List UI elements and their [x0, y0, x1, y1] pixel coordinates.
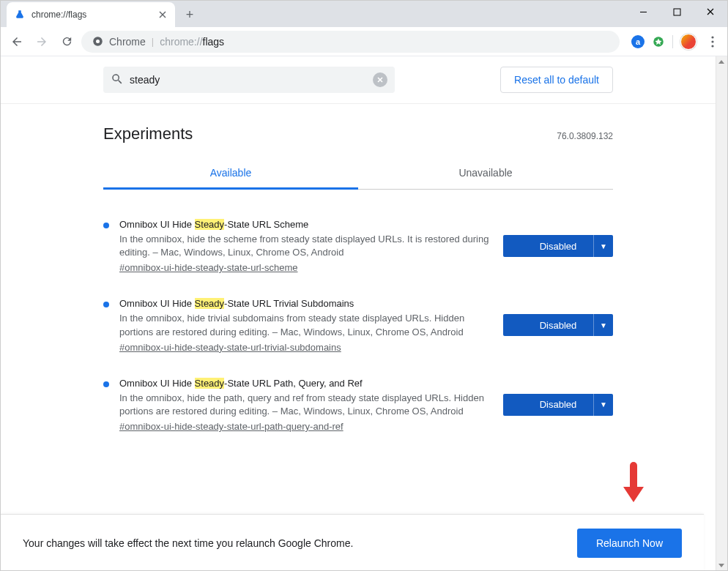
minimize-button[interactable] — [626, 1, 660, 23]
svg-rect-0 — [674, 9, 680, 15]
profile-avatar[interactable] — [680, 34, 697, 50]
new-tab-button[interactable]: + — [179, 4, 200, 25]
search-icon — [111, 72, 124, 88]
reset-all-button[interactable]: Reset all to default — [500, 67, 613, 93]
reload-button[interactable] — [56, 31, 77, 52]
svg-point-2 — [96, 40, 100, 43]
relaunch-bar: Your changes will take effect the next t… — [1, 514, 704, 571]
experiment-item: Omnibox UI Hide Steady-State URL Path, Q… — [103, 370, 613, 449]
extension-icons: a — [631, 34, 697, 50]
experiment-description: In the omnibox, hide the scheme from ste… — [119, 233, 493, 259]
experiment-anchor[interactable]: #omnibox-ui-hide-steady-state-url-trivia… — [119, 342, 341, 353]
page-title: Experiments — [103, 124, 193, 143]
status-dot-icon — [103, 223, 109, 228]
extension-icon[interactable]: a — [631, 35, 645, 48]
chevron-down-icon: ▼ — [600, 400, 607, 408]
state-dropdown[interactable]: Disabled▼ — [503, 394, 613, 416]
omnibox-url: chrome://flags — [160, 36, 224, 48]
version-label: 76.0.3809.132 — [557, 131, 613, 141]
scroll-down-icon[interactable] — [716, 559, 727, 571]
tab-title: chrome://flags — [31, 10, 152, 20]
forward-button[interactable] — [31, 31, 52, 52]
menu-button[interactable] — [704, 36, 721, 48]
experiment-title: Omnibox UI Hide Steady-State URL Scheme — [119, 219, 493, 230]
experiment-anchor[interactable]: #omnibox-ui-hide-steady-state-url-path-q… — [119, 421, 343, 432]
status-dot-icon — [103, 302, 109, 307]
experiment-title: Omnibox UI Hide Steady-State URL Trivial… — [119, 298, 493, 309]
extension-icon[interactable] — [652, 35, 665, 48]
experiment-description: In the omnibox, hide the path, query and… — [119, 392, 493, 418]
experiments-list: Omnibox UI Hide Steady-State URL Scheme … — [103, 212, 613, 449]
maximize-button[interactable] — [660, 1, 694, 23]
toolbar: Chrome | chrome://flags a — [1, 27, 727, 56]
omnibox-chip: Chrome — [109, 36, 146, 48]
scrollbar[interactable] — [716, 56, 727, 571]
scroll-up-icon[interactable] — [716, 56, 727, 68]
state-dropdown[interactable]: Disabled▼ — [503, 235, 613, 257]
experiment-item: Omnibox UI Hide Steady-State URL Scheme … — [103, 212, 613, 291]
chrome-icon — [92, 36, 103, 48]
close-window-button[interactable] — [694, 1, 727, 23]
clear-icon[interactable] — [373, 72, 387, 87]
arrow-annotation-icon — [619, 462, 648, 508]
chevron-down-icon: ▼ — [600, 321, 607, 329]
state-dropdown[interactable]: Disabled▼ — [503, 314, 613, 336]
chevron-down-icon: ▼ — [600, 242, 607, 250]
status-dot-icon — [103, 381, 109, 387]
back-button[interactable] — [7, 31, 27, 52]
tab-strip: chrome://flags + — [1, 1, 727, 27]
svg-point-5 — [711, 40, 713, 42]
search-box — [103, 67, 395, 93]
experiment-description: In the omnibox, hide trivial subdomains … — [119, 312, 493, 338]
experiment-item: Omnibox UI Hide Steady-State URL Trivial… — [103, 291, 613, 370]
search-input[interactable] — [130, 74, 367, 86]
svg-point-6 — [711, 45, 713, 47]
tab-unavailable[interactable]: Unavailable — [358, 157, 613, 189]
tabs: Available Unavailable — [103, 157, 613, 190]
relaunch-button[interactable]: Relaunch Now — [577, 529, 682, 558]
relaunch-message: Your changes will take effect the next t… — [23, 537, 353, 549]
browser-tab[interactable]: chrome://flags — [7, 2, 175, 27]
svg-point-4 — [711, 36, 713, 38]
address-bar[interactable]: Chrome | chrome://flags — [81, 31, 620, 53]
window-controls — [626, 1, 727, 27]
experiment-title: Omnibox UI Hide Steady-State URL Path, Q… — [119, 378, 493, 389]
flask-icon — [14, 9, 26, 20]
close-icon[interactable] — [157, 10, 168, 20]
tab-available[interactable]: Available — [103, 157, 358, 189]
experiment-anchor[interactable]: #omnibox-ui-hide-steady-state-url-scheme — [119, 262, 298, 273]
